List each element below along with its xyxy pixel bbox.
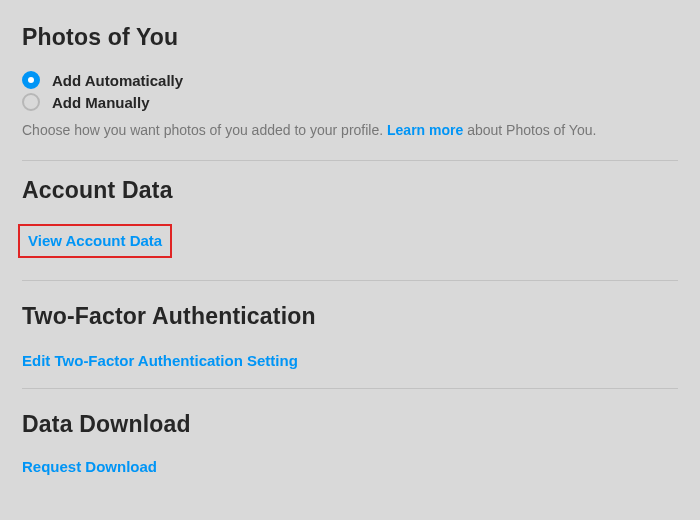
- photos-radio-group: Add Automatically Add Manually: [22, 69, 678, 113]
- data-download-heading: Data Download: [22, 411, 678, 438]
- settings-page: Photos of You Add Automatically Add Manu…: [0, 0, 700, 494]
- highlight-annotation: View Account Data: [18, 224, 172, 258]
- account-data-heading: Account Data: [22, 177, 678, 204]
- photos-help-text: Choose how you want photos of you added …: [22, 121, 678, 140]
- radio-checked-icon: [22, 71, 40, 89]
- request-download-link[interactable]: Request Download: [22, 458, 157, 475]
- radio-label: Add Manually: [52, 94, 150, 111]
- section-two-factor: Two-Factor Authentication Edit Two-Facto…: [22, 281, 678, 389]
- help-text-post: about Photos of You.: [463, 122, 596, 138]
- radio-add-manually[interactable]: Add Manually: [22, 91, 678, 113]
- radio-unchecked-icon: [22, 93, 40, 111]
- edit-two-factor-link[interactable]: Edit Two-Factor Authentication Setting: [22, 352, 298, 369]
- view-account-data-link[interactable]: View Account Data: [28, 232, 162, 249]
- photos-heading: Photos of You: [22, 24, 678, 51]
- section-photos-of-you: Photos of You Add Automatically Add Manu…: [22, 12, 678, 161]
- two-factor-heading: Two-Factor Authentication: [22, 303, 678, 330]
- radio-add-automatically[interactable]: Add Automatically: [22, 69, 678, 91]
- section-account-data: Account Data View Account Data: [22, 161, 678, 281]
- help-text-pre: Choose how you want photos of you added …: [22, 122, 387, 138]
- section-data-download: Data Download Request Download: [22, 389, 678, 494]
- learn-more-link[interactable]: Learn more: [387, 122, 463, 138]
- radio-label: Add Automatically: [52, 72, 183, 89]
